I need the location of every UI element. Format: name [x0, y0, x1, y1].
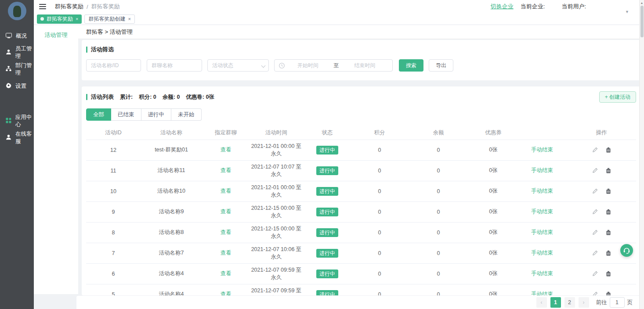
switch-company-link[interactable]: 切换企业: [491, 3, 514, 11]
tab-all[interactable]: 全部: [86, 108, 111, 121]
delete-icon[interactable]: [606, 230, 611, 235]
list-section-title: 活动列表: [86, 93, 114, 101]
sidebar-item-online-service[interactable]: 在线客服: [0, 133, 34, 143]
next-page-button[interactable]: ›: [579, 297, 589, 308]
scrollbar-thumb[interactable]: [640, 6, 644, 37]
delete-icon[interactable]: [606, 291, 611, 295]
manual-end-link[interactable]: 手动结束: [531, 188, 553, 194]
submenu-item-activity-management[interactable]: 活动管理: [34, 30, 78, 40]
manual-end-link[interactable]: 手动结束: [531, 250, 553, 256]
status-badge: 进行中: [316, 269, 338, 278]
cell-balance: 0: [408, 284, 469, 295]
table-row: 5 活动名称4 查看 2021-12-07 09:59 至永久 进行中 0 0 …: [86, 284, 636, 295]
customer-service-fab[interactable]: [620, 244, 633, 257]
edit-icon[interactable]: [592, 209, 598, 215]
collapse-menu-icon[interactable]: [39, 4, 46, 9]
active-dot-icon: [40, 17, 44, 21]
close-icon[interactable]: ×: [128, 16, 130, 22]
cell-name: 活动名称9: [141, 201, 202, 222]
manual-end-link[interactable]: 手动结束: [531, 229, 553, 235]
prev-page-button[interactable]: ‹: [536, 297, 547, 308]
edit-icon[interactable]: [592, 250, 598, 256]
cell-time-end: 永久: [250, 253, 303, 261]
org-tree-icon: [6, 66, 11, 73]
manual-end-link[interactable]: 手动结束: [531, 167, 553, 173]
delete-icon[interactable]: [606, 250, 611, 256]
edit-icon[interactable]: [592, 168, 598, 173]
start-time-placeholder[interactable]: 开始时间: [285, 62, 331, 69]
delete-icon[interactable]: [606, 147, 611, 153]
sidebar-item-label: 设置: [15, 83, 26, 90]
page-button-1[interactable]: 1: [550, 297, 561, 308]
status-badge: 进行中: [316, 166, 338, 175]
view-link[interactable]: 查看: [221, 270, 232, 277]
end-time-placeholder[interactable]: 结束时间: [342, 62, 388, 69]
sidebar-item-overview[interactable]: 概况: [0, 31, 34, 41]
status-badge: 进行中: [316, 290, 338, 296]
activity-status-select[interactable]: [207, 59, 269, 72]
manual-end-link[interactable]: 手动结束: [531, 208, 553, 215]
total-label: 累计:: [120, 93, 133, 101]
cell-balance: 0: [408, 243, 469, 263]
cell-points: 0: [351, 284, 408, 295]
cell-name: 活动名称11: [141, 160, 202, 181]
manual-end-link[interactable]: 手动结束: [531, 270, 553, 277]
page-button-2[interactable]: 2: [564, 297, 575, 308]
edit-icon[interactable]: [592, 291, 598, 295]
sidebar-item-app-center[interactable]: 应用中心: [0, 116, 34, 126]
edit-icon[interactable]: [592, 271, 598, 277]
delete-icon[interactable]: [606, 168, 611, 173]
open-tabs-bar: 群拓客奖励 × 群拓客奖励创建 ×: [34, 13, 644, 25]
tab-in-progress[interactable]: 进行中: [141, 108, 172, 121]
view-link[interactable]: 查看: [221, 229, 232, 235]
delete-icon[interactable]: [606, 271, 611, 277]
activity-name-input[interactable]: [86, 59, 141, 72]
view-link[interactable]: 查看: [221, 167, 232, 173]
sidebar-item-department[interactable]: 部门管理: [0, 64, 34, 75]
cell-name: 活动名称8: [141, 222, 202, 243]
goto-page-input[interactable]: [610, 297, 625, 308]
avatar[interactable]: [8, 2, 26, 20]
create-activity-button[interactable]: + 创建活动: [599, 91, 636, 103]
activity-list-card: 活动列表 累计: 积分: 0 余额: 0 优惠卷: 0张 + 创建活动: [82, 86, 640, 295]
delete-icon[interactable]: [606, 209, 611, 215]
manual-end-link[interactable]: 手动结束: [531, 147, 553, 153]
table-row: 8 活动名称8 查看 2021-12-15 00:00 至永久 进行中 0 0 …: [86, 222, 636, 243]
search-button[interactable]: 搜索: [399, 59, 423, 72]
secondary-sidebar: 活动管理: [34, 25, 78, 294]
group-name-input[interactable]: [147, 59, 202, 72]
edit-icon[interactable]: [592, 188, 598, 194]
manual-end-link[interactable]: 手动结束: [531, 291, 553, 295]
page-scrollbar[interactable]: ▲: [639, 0, 644, 309]
export-button[interactable]: 导出: [429, 59, 453, 72]
col-activity-id: 活动ID: [86, 126, 141, 140]
view-link[interactable]: 查看: [221, 188, 232, 194]
tab-group-reward[interactable]: 群拓客奖励 ×: [37, 14, 82, 24]
sidebar-item-staff[interactable]: 员工管理: [0, 47, 34, 58]
close-icon[interactable]: ×: [76, 16, 78, 22]
delete-icon[interactable]: [606, 188, 611, 194]
user-dropdown-caret-icon[interactable]: ▼: [625, 10, 629, 14]
edit-icon[interactable]: [592, 147, 598, 153]
sidebar-item-settings[interactable]: 设置: [0, 81, 34, 91]
tab-not-started[interactable]: 未开始: [171, 108, 202, 121]
cell-name: test-群奖励01: [141, 140, 202, 160]
date-range-picker[interactable]: 开始时间 至 结束时间: [274, 59, 393, 72]
tab-ended[interactable]: 已结束: [111, 108, 141, 121]
view-link[interactable]: 查看: [221, 147, 232, 153]
view-link[interactable]: 查看: [221, 208, 232, 215]
cell-time-start: 2021-12-07 10:06 至: [250, 246, 303, 253]
view-link[interactable]: 查看: [221, 291, 232, 295]
tab-label: 群拓客奖励创建: [88, 15, 125, 23]
scroll-up-arrow-icon[interactable]: ▲: [640, 0, 644, 5]
activity-status-value[interactable]: [207, 59, 269, 72]
cell-points: 0: [351, 222, 408, 243]
cell-coupon: 0张: [469, 160, 517, 181]
pagination-bar: ‹ 1 2 › 前往 页: [76, 296, 640, 309]
edit-icon[interactable]: [592, 230, 598, 235]
tab-group-reward-create[interactable]: 群拓客奖励创建 ×: [84, 14, 134, 24]
points-total: 积分: 0: [139, 93, 156, 101]
cell-coupon: 0张: [469, 222, 517, 243]
view-link[interactable]: 查看: [221, 250, 232, 256]
cell-coupon: 0张: [469, 140, 517, 160]
